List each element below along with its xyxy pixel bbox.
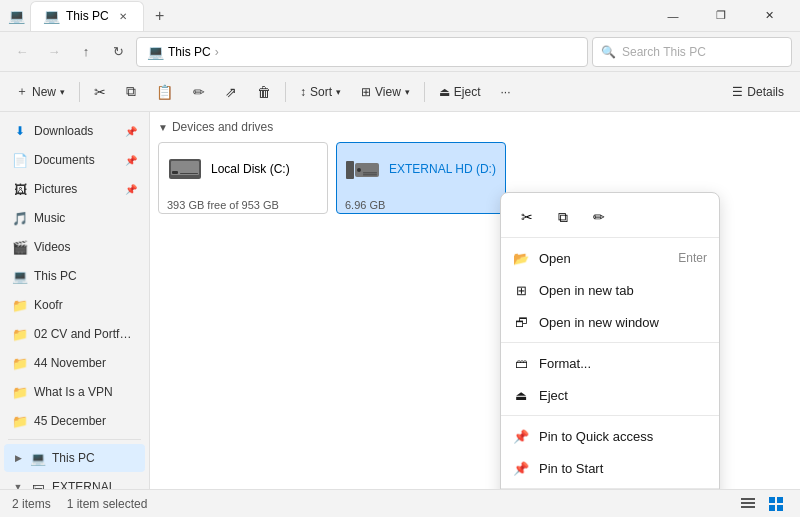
eject-label: Eject <box>454 85 481 99</box>
downloads-icon <box>12 123 28 139</box>
ctx-item-eject[interactable]: ⏏ Eject <box>501 379 719 411</box>
svg-rect-8 <box>363 172 377 174</box>
maximize-button[interactable]: ❐ <box>698 0 744 32</box>
sidebar-item-45dec[interactable]: 45 December <box>4 407 145 435</box>
ctx-pin-start-label: Pin to Start <box>539 461 603 476</box>
svg-rect-3 <box>180 173 198 174</box>
ctx-eject-label: Eject <box>539 388 568 403</box>
svg-rect-10 <box>741 502 755 504</box>
svg-rect-2 <box>172 171 178 174</box>
sort-chevron: ▾ <box>336 87 341 97</box>
ctx-item-pin-start[interactable]: 📌 Pin to Start <box>501 452 719 484</box>
tab-label: This PC <box>66 9 109 23</box>
view-icon: ⊞ <box>361 85 371 99</box>
ctx-copy-button[interactable]: ⧉ <box>549 203 577 231</box>
section-toggle[interactable]: ▼ <box>158 122 168 133</box>
music-icon <box>12 210 28 226</box>
copy-icon: ⧉ <box>126 83 136 100</box>
window-controls: — ❐ ✕ <box>650 0 792 32</box>
pin-quick-icon: 📌 <box>513 428 529 444</box>
refresh-button[interactable]: ↻ <box>104 38 132 66</box>
svg-rect-12 <box>769 497 775 503</box>
sort-icon: ↕ <box>300 85 306 99</box>
paste-button[interactable]: 📋 <box>148 78 181 106</box>
svg-rect-4 <box>346 161 354 179</box>
sidebar-item-koofr[interactable]: Koofr <box>4 291 145 319</box>
toolbar-separator-1 <box>79 82 80 102</box>
context-menu-header: ✂ ⧉ ✏ <box>501 197 719 238</box>
search-icon: 🔍 <box>601 45 616 59</box>
sidebar: Downloads 📌 Documents 📌 Pictures 📌 Music… <box>0 112 150 489</box>
view-toggle-area <box>736 492 788 516</box>
up-button[interactable]: ↑ <box>72 38 100 66</box>
sidebar-item-music[interactable]: Music <box>4 204 145 232</box>
rename-button[interactable]: ✏ <box>185 78 213 106</box>
ctx-copy-icon: ⧉ <box>558 209 568 226</box>
new-tab-button[interactable]: + <box>146 2 174 30</box>
sidebar-divider <box>8 439 141 440</box>
sidebar-item-vpn[interactable]: What Is a VPN <box>4 378 145 406</box>
svg-rect-15 <box>777 505 783 511</box>
tab-area: This PC ✕ + <box>30 1 650 31</box>
toolbar: ＋ New ▾ ✂ ⧉ 📋 ✏ ⇗ 🗑 ↕ Sort ▾ ⊞ View ▾ ⏏ … <box>0 72 800 112</box>
details-icon: ☰ <box>732 85 743 99</box>
forward-button[interactable]: → <box>40 38 68 66</box>
pictures-icon <box>12 181 28 197</box>
list-view-button[interactable] <box>736 492 760 516</box>
details-view-button[interactable] <box>764 492 788 516</box>
ctx-rename-button[interactable]: ✏ <box>585 203 613 231</box>
drive-item-d[interactable]: EXTERNAL HD (D:) 6.96 GB <box>336 142 506 214</box>
sidebar-item-pictures[interactable]: Pictures 📌 <box>4 175 145 203</box>
ctx-format-label: Format... <box>539 356 591 371</box>
share-button[interactable]: ⇗ <box>217 78 245 106</box>
copy-button[interactable]: ⧉ <box>118 78 144 106</box>
sidebar-item-documents[interactable]: Documents 📌 <box>4 146 145 174</box>
new-button[interactable]: ＋ New ▾ <box>8 78 73 106</box>
details-label: Details <box>747 85 784 99</box>
ctx-item-open[interactable]: 📂 Open Enter <box>501 242 719 274</box>
toolbar-separator-2 <box>285 82 286 102</box>
more-button[interactable]: ··· <box>493 78 519 106</box>
eject-icon: ⏏ <box>439 85 450 99</box>
ctx-item-open-tab[interactable]: ⊞ Open in new tab <box>501 274 719 306</box>
expand-external: ▼ <box>12 482 24 489</box>
delete-button[interactable]: 🗑 <box>249 78 279 106</box>
tree-item-external[interactable]: ▼ 🖴 EXTERNAL HD (D:) <box>4 473 145 489</box>
drive-d-icon <box>345 151 381 187</box>
sidebar-item-44nov[interactable]: 44 November <box>4 349 145 377</box>
details-button[interactable]: ☰ Details <box>724 78 792 106</box>
cv-icon <box>12 326 28 342</box>
eject-button[interactable]: ⏏ Eject <box>431 78 489 106</box>
ctx-item-open-window[interactable]: 🗗 Open in new window <box>501 306 719 338</box>
cut-button[interactable]: ✂ <box>86 78 114 106</box>
close-button[interactable]: ✕ <box>746 0 792 32</box>
view-button[interactable]: ⊞ View ▾ <box>353 78 418 106</box>
ctx-item-pin-quick[interactable]: 📌 Pin to Quick access <box>501 420 719 452</box>
content-area: ▼ Devices and drives Local Disk (C:) <box>150 112 800 489</box>
videos-icon <box>12 239 28 255</box>
more-icon: ··· <box>501 85 511 99</box>
tree-item-this-pc[interactable]: ▶ This PC <box>4 444 145 472</box>
sidebar-item-cv[interactable]: 02 CV and Portfolio <box>4 320 145 348</box>
pin-start-icon: 📌 <box>513 460 529 476</box>
back-button[interactable]: ← <box>8 38 36 66</box>
tab-this-pc[interactable]: This PC ✕ <box>30 1 144 31</box>
sidebar-item-this-pc[interactable]: This PC <box>4 262 145 290</box>
tab-icon <box>43 8 60 24</box>
sidebar-item-downloads[interactable]: Downloads 📌 <box>4 117 145 145</box>
drive-c-top: Local Disk (C:) <box>167 151 319 187</box>
address-path[interactable]: 💻 This PC › <box>136 37 588 67</box>
svg-point-6 <box>357 168 361 172</box>
drive-c-name: Local Disk (C:) <box>211 162 290 176</box>
search-box[interactable]: 🔍 Search This PC <box>592 37 792 67</box>
sort-button[interactable]: ↕ Sort ▾ <box>292 78 349 106</box>
section-header-drives: ▼ Devices and drives <box>158 120 792 134</box>
ctx-item-format[interactable]: 🗃 Format... <box>501 347 719 379</box>
drive-c-icon <box>167 151 203 187</box>
drive-c-space: 393 GB free of 953 GB <box>167 199 319 211</box>
minimize-button[interactable]: — <box>650 0 696 32</box>
tab-close-button[interactable]: ✕ <box>115 8 131 24</box>
drive-item-c[interactable]: Local Disk (C:) 393 GB free of 953 GB <box>158 142 328 214</box>
ctx-cut-button[interactable]: ✂ <box>513 203 541 231</box>
sidebar-item-videos[interactable]: Videos <box>4 233 145 261</box>
